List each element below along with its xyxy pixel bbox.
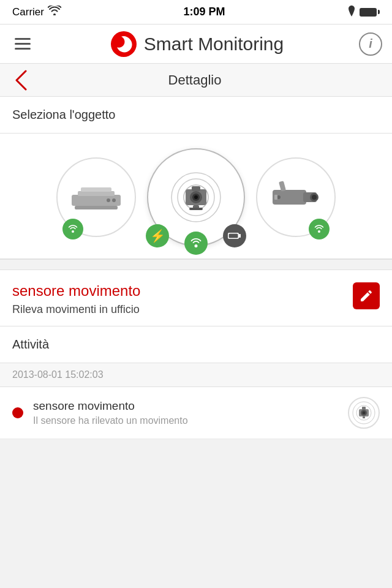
device-camera[interactable] bbox=[256, 157, 336, 237]
svg-rect-16 bbox=[189, 208, 203, 210]
motion-sensor-icon bbox=[168, 170, 224, 225]
router-icon bbox=[69, 183, 124, 212]
hamburger-line bbox=[15, 38, 31, 40]
hamburger-line bbox=[15, 43, 31, 45]
badge-battery-sensor bbox=[223, 224, 246, 247]
device-circle-camera bbox=[256, 157, 336, 237]
nav-bar: Dettaglio bbox=[0, 64, 392, 97]
edit-icon bbox=[359, 288, 374, 303]
device-carousel: ⚡ bbox=[0, 134, 392, 259]
app-header: Smart Monitoring i bbox=[0, 24, 392, 64]
svg-point-13 bbox=[194, 195, 198, 199]
activity-section: Attività bbox=[0, 326, 392, 363]
carrier-label: Carrier bbox=[12, 6, 44, 18]
info-icon: i bbox=[369, 37, 372, 51]
svg-rect-19 bbox=[229, 234, 238, 238]
status-left: Carrier bbox=[12, 6, 61, 18]
device-circle-motion-sensor: ⚡ bbox=[147, 148, 245, 246]
log-content: sensore movimento Il sensore ha rilevato… bbox=[33, 399, 338, 426]
log-event-title: sensore movimento bbox=[33, 399, 338, 413]
page-title: Dettaglio bbox=[32, 72, 358, 88]
detail-text: sensore movimento Rileva movimenti in uf… bbox=[12, 282, 140, 316]
cctv-icon bbox=[266, 178, 325, 217]
badge-signal-sensor bbox=[184, 232, 208, 255]
log-entry[interactable]: sensore movimento Il sensore ha rilevato… bbox=[0, 387, 392, 439]
svg-rect-32 bbox=[362, 407, 366, 410]
info-button[interactable]: i bbox=[359, 32, 382, 56]
status-right bbox=[347, 6, 380, 18]
svg-point-0 bbox=[111, 31, 137, 57]
detail-section: sensore movimento Rileva movimenti in uf… bbox=[0, 270, 392, 326]
svg-rect-14 bbox=[192, 186, 200, 191]
status-time: 1:09 PM bbox=[183, 6, 225, 18]
vodafone-logo bbox=[111, 31, 137, 57]
svg-rect-26 bbox=[274, 195, 277, 200]
svg-rect-18 bbox=[239, 234, 241, 238]
app-header-center: Smart Monitoring bbox=[111, 31, 284, 57]
section-label: Seleziona l'oggetto bbox=[0, 97, 392, 134]
wifi-icon bbox=[48, 6, 61, 18]
location-icon bbox=[347, 6, 356, 18]
log-sensor-icon bbox=[352, 401, 376, 425]
device-circle-router bbox=[56, 157, 136, 237]
svg-point-4 bbox=[107, 198, 110, 202]
svg-point-31 bbox=[363, 412, 366, 415]
log-device-icon bbox=[348, 397, 380, 429]
section-divider bbox=[0, 259, 392, 270]
svg-point-23 bbox=[312, 195, 317, 200]
activity-title: Attività bbox=[12, 337, 49, 351]
app-title: Smart Monitoring bbox=[144, 34, 284, 55]
badge-signal-camera bbox=[309, 219, 330, 239]
hamburger-line bbox=[15, 48, 31, 50]
log-status-dot bbox=[12, 407, 23, 418]
svg-rect-2 bbox=[78, 191, 115, 196]
back-button[interactable] bbox=[10, 67, 32, 93]
device-name: sensore movimento bbox=[12, 282, 140, 300]
svg-rect-3 bbox=[81, 187, 111, 192]
log-event-subtitle: Il sensore ha rilevato un movimento bbox=[33, 415, 338, 426]
device-motion-sensor[interactable]: ⚡ bbox=[147, 148, 245, 246]
svg-point-5 bbox=[112, 198, 116, 202]
battery-indicator bbox=[360, 8, 380, 17]
badge-signal-router bbox=[62, 219, 83, 239]
edit-button[interactable] bbox=[353, 282, 380, 309]
device-description: Rileva movimenti in ufficio bbox=[12, 303, 140, 316]
badge-lightning-sensor: ⚡ bbox=[146, 224, 169, 247]
lightning-icon: ⚡ bbox=[150, 228, 165, 243]
menu-button[interactable] bbox=[10, 33, 36, 55]
log-timestamp: 2013-08-01 15:02:03 bbox=[0, 363, 392, 387]
svg-rect-33 bbox=[363, 417, 365, 418]
svg-rect-6 bbox=[75, 206, 118, 209]
device-router[interactable] bbox=[56, 157, 136, 237]
status-bar: Carrier 1:09 PM bbox=[0, 0, 392, 24]
